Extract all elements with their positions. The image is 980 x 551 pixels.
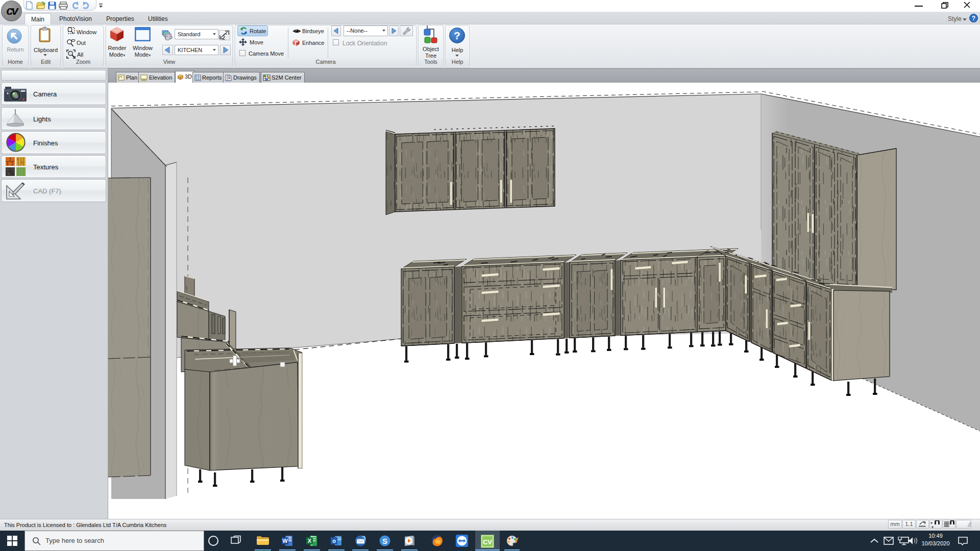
svg-text:S: S [382, 537, 387, 545]
svg-text:?: ? [972, 15, 975, 22]
svg-text:X: X [308, 538, 312, 544]
svg-text:CV: CV [483, 538, 492, 546]
svg-text:o: o [332, 538, 336, 544]
svg-text:?: ? [454, 30, 460, 41]
svg-text:W: W [282, 538, 288, 544]
